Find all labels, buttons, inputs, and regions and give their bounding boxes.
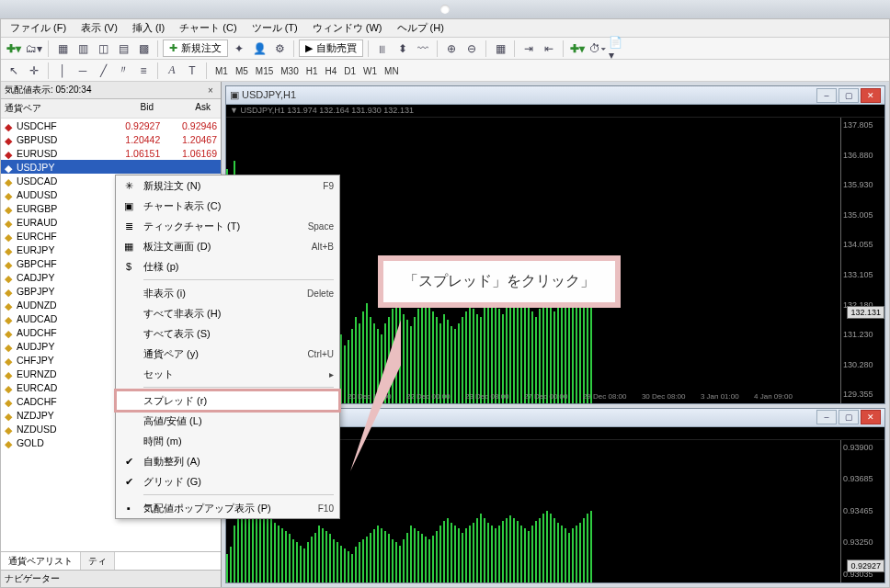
timeframe-h1[interactable]: H1	[302, 66, 322, 76]
menu-item[interactable]: ツール (T)	[246, 19, 303, 37]
timeframe-m30[interactable]: M30	[277, 66, 302, 76]
label-icon[interactable]: T	[183, 62, 201, 80]
close-icon[interactable]: ✕	[861, 410, 881, 424]
periods-icon[interactable]: ⏱▾	[588, 40, 607, 58]
context-menu: ✳新規注文 (N)F9▣チャート表示 (C)≣ティックチャート (T)Space…	[115, 175, 340, 519]
menu-item[interactable]: 挿入 (I)	[127, 19, 170, 37]
symbol-row[interactable]: ◆USDCHF0.929270.92946	[1, 119, 221, 132]
column-ask[interactable]: Ask	[157, 99, 214, 118]
chart-title: USDJPY,H1	[242, 89, 296, 100]
tb-icon[interactable]: ◫	[94, 40, 112, 58]
symbol-row[interactable]: ◆EURUSD1.061511.06169	[1, 146, 221, 160]
menu-item[interactable]: ウィンドウ (W)	[307, 19, 388, 37]
toolbar-2: ↖ ✛ │ ─ ╱ 〃 ≡ A T M1M5M15M30H1H4D1W1MN	[1, 60, 889, 82]
price-tag: 0.92927	[847, 560, 884, 572]
menu-item[interactable]: $仕様 (p)	[116, 256, 339, 277]
menu-item[interactable]: すべて非表示 (H)	[116, 303, 339, 323]
chart-subtitle: ▼ USDJPY,H1 131.974 132.164 131.930 132.…	[226, 105, 884, 118]
arrange-icon[interactable]: ▦	[491, 40, 509, 58]
timeframe-d1[interactable]: D1	[340, 66, 359, 76]
line-chart-icon[interactable]: 〰	[414, 40, 432, 58]
hline-icon[interactable]: ─	[74, 62, 92, 80]
chart-icon: ▣	[230, 89, 239, 100]
menu-item[interactable]: ≣ティックチャート (T)Space	[116, 216, 339, 236]
menu-item[interactable]: 表示 (V)	[75, 19, 123, 37]
timeframe-m5[interactable]: M5	[232, 66, 252, 76]
nav-panel-icon[interactable]: ▥	[74, 40, 92, 58]
tab-tick[interactable]: ティ	[81, 552, 115, 570]
menu-item[interactable]: ▦板注文画面 (D)Alt+B	[116, 236, 339, 256]
minimize-icon[interactable]: –	[816, 88, 837, 103]
zoom-in-icon[interactable]: ⊕	[442, 40, 461, 58]
auto-trade-button[interactable]: ▶自動売買	[299, 40, 363, 57]
maximize-icon[interactable]: ▢	[839, 88, 859, 103]
timeframe-w1[interactable]: W1	[359, 66, 381, 76]
text-icon[interactable]: A	[163, 62, 181, 80]
toolbar-1: ✚▾ 🗂▾ ▦ ▥ ◫ ▤ ▩ ✚新規注文 ✦ 👤 ⚙ ▶自動売買 ⫼ ⬍ 〰 …	[1, 38, 889, 60]
shift-icon[interactable]: ⇥	[519, 40, 538, 58]
navigator-title: ナビゲーター	[1, 570, 221, 587]
profiles-icon[interactable]: 🗂▾	[25, 40, 43, 58]
menu-item[interactable]: ✳新規注文 (N)F9	[116, 175, 339, 196]
tb-icon[interactable]: ▩	[134, 40, 153, 58]
menu-item[interactable]: チャート (C)	[174, 19, 242, 37]
signals-icon[interactable]: 👤	[250, 40, 268, 58]
cursor-icon[interactable]: ↖	[5, 62, 23, 80]
menu-item[interactable]: 通貨ペア (y)Ctrl+U	[116, 344, 339, 364]
menu-item[interactable]: ▣チャート表示 (C)	[116, 196, 339, 216]
menu-item[interactable]: 非表示 (i)Delete	[116, 283, 339, 303]
close-icon[interactable]: ×	[204, 85, 217, 96]
timeframe-h4[interactable]: H4	[322, 66, 341, 76]
menu-item[interactable]: 時間 (m)	[116, 431, 339, 451]
crosshair-icon[interactable]: ✛	[25, 62, 43, 80]
menu-item[interactable]: スプレッド (r)	[116, 390, 339, 411]
timeframe-mn[interactable]: MN	[381, 66, 403, 76]
menu-item[interactable]: ファイル (F)	[5, 19, 72, 37]
scroll-icon[interactable]: ⇤	[540, 40, 558, 58]
menu-item[interactable]: ✔自動整列 (A)	[116, 451, 339, 471]
column-symbol[interactable]: 通貨ペア	[1, 99, 100, 118]
symbol-row[interactable]: ◆GBPUSD1.204421.20467	[1, 132, 221, 146]
channel-icon[interactable]: 〃	[114, 62, 132, 80]
new-order-button[interactable]: ✚新規注文	[163, 40, 228, 57]
menubar: ファイル (F)表示 (V)挿入 (I)チャート (C)ツール (T)ウィンドウ…	[1, 19, 889, 38]
menu-item[interactable]: ✔グリッド (G)	[116, 471, 339, 492]
close-icon[interactable]: ✕	[861, 88, 881, 103]
trendline-icon[interactable]: ╱	[94, 62, 112, 80]
maximize-icon[interactable]: ▢	[839, 410, 859, 424]
menu-item[interactable]: すべて表示 (S)	[116, 323, 339, 344]
menu-item[interactable]: 高値/安値 (L)	[116, 411, 339, 431]
options-icon[interactable]: ⚙	[270, 40, 289, 58]
annotation-callout: 「スプレッド」をクリック」	[378, 255, 621, 308]
meta-icon[interactable]: ✦	[230, 40, 248, 58]
minimize-icon[interactable]: –	[816, 410, 837, 424]
market-watch-tabs: 通貨ペアリスト ティ	[1, 551, 221, 570]
menu-item[interactable]: ▪気配値ポップアップ表示 (P)F10	[116, 498, 339, 518]
bar-chart-icon[interactable]: ⫼	[373, 40, 392, 58]
mw-panel-icon[interactable]: ▦	[53, 40, 72, 58]
menu-item[interactable]: セット▸	[116, 364, 339, 384]
menu-item[interactable]: ヘルプ (H)	[392, 19, 450, 37]
timeframe-m15[interactable]: M15	[252, 66, 277, 76]
tab-symbol-list[interactable]: 通貨ペアリスト	[1, 552, 81, 570]
tb-icon[interactable]: ▤	[114, 40, 132, 58]
templates-icon[interactable]: 📄▾	[609, 40, 627, 58]
zoom-out-icon[interactable]: ⊖	[462, 40, 481, 58]
price-tag: 132.131	[847, 306, 884, 319]
column-bid[interactable]: Bid	[100, 99, 157, 118]
timeframe-m1[interactable]: M1	[211, 66, 232, 76]
indicators-icon[interactable]: ✚▾	[568, 40, 587, 58]
vline-icon[interactable]: │	[53, 62, 72, 80]
symbol-row[interactable]: ◆USDJPY	[1, 160, 221, 174]
fib-icon[interactable]: ≡	[134, 62, 153, 80]
new-chart-icon[interactable]: ✚▾	[5, 40, 23, 58]
candle-icon[interactable]: ⬍	[394, 40, 412, 58]
market-watch-title: 気配値表示: 05:20:34 ×	[1, 82, 221, 99]
